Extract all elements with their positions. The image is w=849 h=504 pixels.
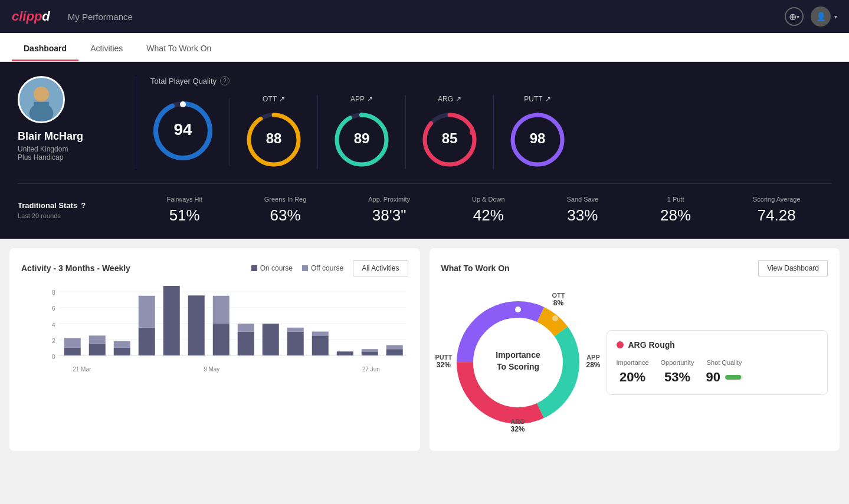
arg-rough-title: ARG Rough — [628, 340, 675, 350]
ott-arrow-icon: ↗ — [279, 95, 285, 103]
stat-sand-save: Sand Save 33% — [566, 196, 598, 225]
chart-legend: On course Off course — [251, 264, 344, 272]
bar-3-off — [114, 341, 130, 348]
player-handicap: Plus Handicap — [18, 153, 63, 162]
stats-banner: Blair McHarg United Kingdom Plus Handica… — [0, 62, 849, 239]
bar-9-on — [263, 324, 279, 355]
bar-8-on — [238, 332, 254, 356]
bar-7-off — [213, 296, 230, 324]
arg-rough-header: ARG Rough — [617, 340, 818, 350]
work-on-title: What To Work On — [441, 263, 510, 273]
tab-activities[interactable]: Activities — [78, 33, 135, 61]
header-right: ⊕ ▾ 👤 ▾ — [785, 6, 837, 27]
donut-chart: Importance To Scoring OTT 8% APP 28% ARG — [441, 286, 595, 439]
stat-fairways-hit: Fairways Hit 51% — [166, 196, 202, 225]
bar-3-on — [114, 348, 130, 356]
main-gauge-svg: 94 — [150, 98, 215, 166]
svg-text:98: 98 — [530, 130, 546, 146]
arg-rough-importance: Importance 20% — [617, 359, 649, 385]
profile-chevron-icon: ▾ — [834, 14, 837, 20]
bar-1-off — [64, 338, 81, 347]
arg-donut-label: ARG 32% — [510, 418, 525, 433]
arg-rough-card: ARG Rough Importance 20% Opportunity 53%… — [607, 330, 828, 395]
ott-label: OTT ↗ — [263, 95, 285, 103]
bar-1-on — [64, 348, 81, 356]
stat-up-and-down: Up & Down 42% — [472, 196, 505, 225]
bar-2-on — [89, 344, 106, 355]
bar-14-off — [386, 345, 403, 349]
bar-4-on — [139, 328, 155, 355]
add-icon: ⊕ — [789, 11, 796, 22]
bar-2-off — [89, 335, 106, 344]
what-to-work-on-card: What To Work On View Dashboard — [430, 248, 840, 451]
svg-text:4: 4 — [52, 322, 55, 328]
all-activities-button[interactable]: All Activities — [353, 260, 408, 276]
gauge-putt: PUTT ↗ 98 — [494, 95, 581, 169]
ott-donut-label: OTT 8% — [552, 292, 565, 307]
stat-greens-in-reg: Greens In Reg 63% — [264, 196, 307, 225]
gauge-app: APP ↗ 89 — [318, 95, 406, 169]
svg-point-1 — [34, 87, 49, 102]
stat-1-putt: 1 Putt 28% — [660, 196, 691, 225]
bar-13-off — [362, 349, 378, 351]
off-course-legend-dot — [302, 265, 308, 271]
profile-button[interactable]: 👤 ▾ — [811, 6, 837, 27]
quality-gauges: 94 OTT ↗ 88 — [150, 95, 831, 169]
svg-point-13 — [359, 113, 364, 117]
on-course-legend-dot — [251, 265, 257, 271]
nav-tabs: Dashboard Activities What To Work On — [0, 33, 849, 62]
svg-text:27 Jun: 27 Jun — [362, 366, 380, 373]
arg-arrow-icon: ↗ — [455, 95, 461, 103]
tab-what-to-work-on[interactable]: What To Work On — [135, 33, 223, 61]
legend-on-course: On course — [251, 264, 293, 272]
donut-svg: Importance To Scoring — [441, 286, 595, 439]
svg-text:94: 94 — [173, 120, 192, 139]
shot-quality-bar — [725, 375, 743, 380]
gauge-arg: ARG ↗ 85 — [406, 95, 494, 169]
bottom-section: Activity - 3 Months - Weekly On course O… — [0, 239, 849, 460]
trad-stats-label: Traditional Stats ? Last 20 rounds — [18, 201, 136, 219]
arg-rough-shot-quality: Shot Quality 90 — [706, 359, 742, 385]
work-on-content: Importance To Scoring OTT 8% APP 28% ARG — [441, 286, 828, 439]
chevron-down-icon: ▾ — [796, 14, 799, 20]
quality-section: Total Player Quality ? 94 — [136, 76, 831, 169]
traditional-stats: Traditional Stats ? Last 20 rounds Fairw… — [18, 183, 831, 225]
svg-text:9 May: 9 May — [204, 366, 219, 373]
activity-chart-title: Activity - 3 Months - Weekly — [21, 263, 130, 273]
bar-11-on — [312, 335, 329, 355]
chart-wrapper: 8 6 4 2 0 — [21, 286, 408, 418]
svg-point-17 — [470, 130, 474, 135]
view-dashboard-button[interactable]: View Dashboard — [758, 260, 828, 276]
add-button[interactable]: ⊕ ▾ — [785, 7, 804, 26]
stat-app-proximity: App. Proximity 38'3" — [368, 196, 410, 225]
quality-title: Total Player Quality ? — [150, 76, 831, 85]
activity-chart-svg: 8 6 4 2 0 — [39, 286, 408, 416]
svg-point-40 — [515, 307, 521, 312]
bar-13-on — [362, 351, 378, 355]
activity-card-header: Activity - 3 Months - Weekly On course O… — [21, 260, 408, 276]
svg-text:Importance: Importance — [496, 350, 540, 360]
quality-help-icon[interactable]: ? — [220, 76, 230, 85]
arg-label: ARG ↗ — [438, 95, 461, 103]
activity-card: Activity - 3 Months - Weekly On course O… — [9, 248, 420, 451]
tab-dashboard[interactable]: Dashboard — [12, 33, 78, 61]
header-title: My Performance — [68, 12, 133, 22]
app-label: APP ↗ — [350, 95, 373, 103]
bar-10-on — [287, 332, 304, 356]
gauge-main: 94 — [150, 98, 230, 166]
svg-text:89: 89 — [354, 130, 370, 146]
bar-10-off — [287, 328, 304, 332]
app-arrow-icon: ↗ — [367, 95, 373, 103]
trad-stats-help-icon[interactable]: ? — [81, 201, 86, 210]
svg-text:88: 88 — [266, 130, 282, 146]
arg-rough-opportunity: Opportunity 53% — [661, 359, 694, 385]
work-on-header: What To Work On View Dashboard — [441, 260, 828, 276]
svg-point-42 — [568, 360, 574, 365]
svg-text:6: 6 — [52, 305, 55, 312]
bar-8-off — [238, 324, 254, 332]
svg-point-41 — [552, 315, 558, 321]
svg-text:8: 8 — [52, 289, 55, 296]
bar-5-on — [163, 286, 180, 355]
logo: clippd — [12, 9, 50, 24]
bar-11-off — [312, 332, 329, 336]
